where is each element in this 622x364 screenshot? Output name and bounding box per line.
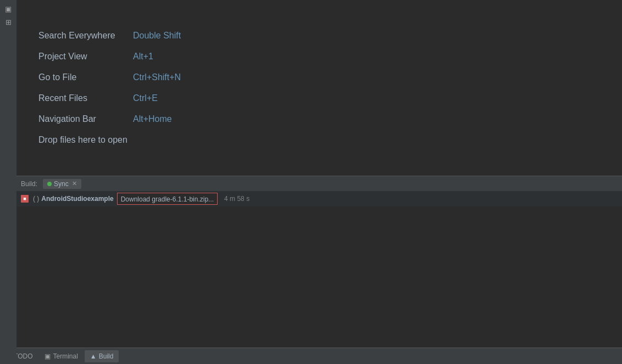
- tip-row-drop: Drop files here to open: [38, 132, 600, 148]
- tip-label-nav: Navigation Bar: [38, 114, 126, 124]
- project-name: AndroidStudioexample: [41, 195, 113, 203]
- sync-tab-close[interactable]: ✕: [72, 180, 77, 187]
- tip-shortcut-file: Ctrl+Shift+N: [133, 72, 181, 82]
- tip-shortcut-project: Alt+1: [133, 52, 153, 61]
- build-label: Build:: [21, 180, 37, 188]
- tip-row-file: Go to File Ctrl+Shift+N: [38, 69, 600, 86]
- task-time: 4 m 58 s: [224, 195, 249, 203]
- tip-label-project: Project View: [38, 52, 126, 61]
- sidebar-icon-2[interactable]: ⊞: [1, 15, 16, 29]
- tip-label-recent: Recent Files: [38, 93, 126, 103]
- tip-label-file: Go to File: [38, 72, 126, 82]
- tab-terminal[interactable]: ▣ Terminal: [39, 350, 83, 362]
- build-task-row: ■ ( ) AndroidStudioexample Download grad…: [16, 191, 622, 206]
- tip-label-drop: Drop files here to open: [38, 135, 127, 145]
- sync-tab-label: Sync: [54, 180, 69, 188]
- build-panel: Build: Sync ✕ ■ ( ) AndroidStudioexample…: [16, 176, 622, 342]
- bottom-toolbar: ≡ TODO ▣ Terminal ▲ Build: [0, 348, 622, 364]
- tip-row-nav: Navigation Bar Alt+Home: [38, 111, 600, 127]
- build-content: ■ ( ) AndroidStudioexample Download grad…: [16, 191, 622, 342]
- build-tab-bar: Build: Sync ✕: [16, 176, 622, 191]
- left-sidebar: ▣ ⊞: [0, 0, 16, 364]
- sync-indicator: [47, 182, 52, 186]
- build-sync-tab[interactable]: Sync ✕: [43, 179, 81, 189]
- tip-panel: Search Everywhere Double Shift Project V…: [16, 0, 622, 176]
- sidebar-icon-1[interactable]: ▣: [1, 2, 16, 15]
- tip-shortcut-search: Double Shift: [133, 31, 181, 41]
- tip-row-project: Project View Alt+1: [38, 48, 600, 65]
- tip-row-search: Search Everywhere Double Shift: [38, 27, 600, 44]
- tip-label-search: Search Everywhere: [38, 31, 126, 41]
- tab-build-label: Build: [99, 352, 114, 360]
- terminal-icon: ▣: [45, 352, 51, 360]
- download-task-text: Download gradle-6.1.1-bin.zip...: [121, 195, 214, 203]
- tab-build[interactable]: ▲ Build: [85, 350, 119, 362]
- download-task-box: Download gradle-6.1.1-bin.zip...: [117, 193, 218, 205]
- tab-terminal-label: Terminal: [53, 352, 77, 360]
- build-icon: ▲: [90, 352, 97, 360]
- tip-shortcut-nav: Alt+Home: [133, 114, 172, 124]
- loading-parens: ( ): [33, 195, 39, 203]
- stop-button[interactable]: ■: [21, 195, 29, 203]
- tab-todo-label: TODO: [14, 352, 32, 360]
- stop-icon: ■: [23, 196, 26, 201]
- tip-row-recent: Recent Files Ctrl+E: [38, 90, 600, 107]
- tip-shortcut-recent: Ctrl+E: [133, 93, 158, 103]
